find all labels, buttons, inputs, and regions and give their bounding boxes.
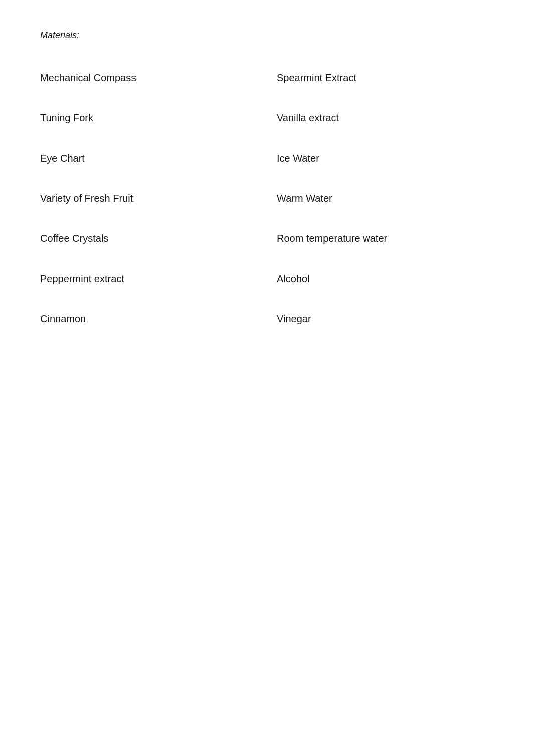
material-item-left-4: Coffee Crystals (40, 231, 256, 245)
material-item-right-5: Alcohol (277, 272, 493, 286)
material-item-left-6: Cinnamon (40, 312, 256, 326)
material-item-right-1: Vanilla extract (277, 111, 493, 125)
material-item-left-5: Peppermint extract (40, 272, 256, 286)
material-item-right-2: Ice Water (277, 151, 493, 165)
materials-label: Materials: (40, 30, 79, 41)
material-item-right-0: Spearmint Extract (277, 71, 493, 85)
material-item-right-6: Vinegar (277, 312, 493, 326)
material-item-left-0: Mechanical Compass (40, 71, 256, 85)
material-item-right-4: Room temperature water (277, 231, 493, 245)
header: Materials: (40, 30, 493, 41)
material-item-left-2: Eye Chart (40, 151, 256, 165)
material-item-left-3: Variety of Fresh Fruit (40, 191, 256, 205)
materials-grid: Mechanical CompassSpearmint ExtractTunin… (40, 71, 493, 326)
material-item-right-3: Warm Water (277, 191, 493, 205)
material-item-left-1: Tuning Fork (40, 111, 256, 125)
